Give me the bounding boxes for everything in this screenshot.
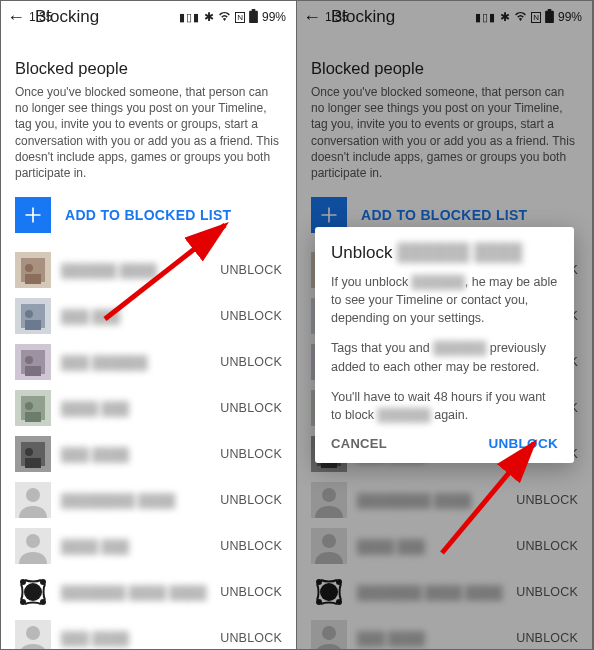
blocked-name: ████ ███ — [61, 539, 210, 554]
svg-point-18 — [25, 448, 33, 456]
blocked-row: ████ ███UNBLOCK — [15, 523, 282, 569]
bluetooth-icon: ✱ — [204, 10, 214, 24]
blocked-name: ███ ████ — [61, 447, 210, 462]
add-button-label: ADD TO BLOCKED LIST — [65, 207, 231, 223]
blocked-name: ███ ██████ — [61, 355, 210, 370]
dialog-title: Unblock ██████ ████ — [331, 243, 558, 263]
unblock-button[interactable]: UNBLOCK — [220, 263, 282, 277]
blocked-name: ████████ ████ — [61, 493, 210, 508]
svg-rect-11 — [25, 366, 41, 376]
svg-point-10 — [25, 356, 33, 364]
unblock-button[interactable]: UNBLOCK — [220, 631, 282, 645]
blocked-row: ███ ████UNBLOCK — [15, 431, 282, 477]
avatar — [15, 528, 51, 564]
avatar — [15, 482, 51, 518]
dialog-cancel-button[interactable]: CANCEL — [331, 436, 387, 451]
svg-point-31 — [26, 626, 40, 640]
blocked-name: ███ ████ — [61, 631, 210, 646]
blocked-list: ██████ ████UNBLOCK███ ███UNBLOCK███ ████… — [15, 247, 282, 649]
dialog-paragraph-1: If you unblock ██████, he may be able to… — [331, 273, 558, 327]
screenshot-right: ← Blocking 1:35 ▮▯▮ ✱ N 99% Blocked peop… — [297, 1, 593, 649]
status-bar: ← Blocking 1:35 ▮▯▮ ✱ N 99% — [1, 1, 296, 33]
blocked-row: ███ ███UNBLOCK — [15, 293, 282, 339]
svg-point-21 — [26, 488, 40, 502]
svg-rect-7 — [25, 320, 41, 330]
blocked-row: ████ ███UNBLOCK — [15, 385, 282, 431]
dialog-paragraph-3: You'll have to wait 48 hours if you want… — [331, 388, 558, 424]
page-title: Blocking — [35, 7, 99, 27]
svg-rect-3 — [25, 274, 41, 284]
blocked-row: ██████ ████UNBLOCK — [15, 247, 282, 293]
avatar — [15, 390, 51, 426]
dialog-paragraph-2: Tags that you and ██████ previously adde… — [331, 339, 558, 375]
unblock-button[interactable]: UNBLOCK — [220, 355, 282, 369]
svg-point-14 — [25, 402, 33, 410]
screenshot-left: ← Blocking 1:35 ▮▯▮ ✱ N 99% Blocked peop… — [1, 1, 297, 649]
dialog-confirm-button[interactable]: UNBLOCK — [488, 436, 558, 451]
blocked-row: ███████ ████ ████UNBLOCK — [15, 569, 282, 615]
back-icon[interactable]: ← — [7, 7, 25, 28]
unblock-button[interactable]: UNBLOCK — [220, 539, 282, 553]
blocked-row: ████████ ████UNBLOCK — [15, 477, 282, 523]
avatar — [15, 298, 51, 334]
battery-icon — [249, 9, 258, 26]
blocked-name: ██████ ████ — [61, 263, 210, 278]
add-to-blocked-row[interactable]: ADD TO BLOCKED LIST — [15, 197, 282, 233]
unblock-button[interactable]: UNBLOCK — [220, 401, 282, 415]
avatar — [15, 574, 51, 610]
battery-pct: 99% — [262, 10, 286, 24]
content-area: Blocked people Once you've blocked someo… — [1, 33, 296, 649]
svg-point-6 — [25, 310, 33, 318]
unblock-dialog: Unblock ██████ ████ If you unblock █████… — [315, 227, 574, 463]
blocked-name: ███████ ████ ████ — [61, 585, 210, 600]
svg-point-28 — [20, 599, 26, 605]
wifi-icon — [218, 10, 231, 24]
blocked-name: ███ ███ — [61, 309, 210, 324]
svg-rect-15 — [25, 412, 41, 422]
svg-point-26 — [20, 579, 26, 585]
svg-point-23 — [26, 534, 40, 548]
svg-point-25 — [24, 583, 42, 601]
nfc-icon: N — [235, 12, 245, 23]
section-description: Once you've blocked someone, that person… — [15, 84, 282, 181]
svg-point-2 — [25, 264, 33, 272]
section-title: Blocked people — [15, 59, 282, 78]
avatar — [15, 620, 51, 649]
unblock-button[interactable]: UNBLOCK — [220, 309, 282, 323]
add-button[interactable] — [15, 197, 51, 233]
avatar — [15, 436, 51, 472]
plus-icon — [23, 205, 43, 225]
blocked-name: ████ ███ — [61, 401, 210, 416]
unblock-button[interactable]: UNBLOCK — [220, 447, 282, 461]
avatar — [15, 252, 51, 288]
vibrate-icon: ▮▯▮ — [179, 11, 200, 24]
unblock-button[interactable]: UNBLOCK — [220, 585, 282, 599]
svg-point-29 — [40, 599, 46, 605]
blocked-row: ███ ████UNBLOCK — [15, 615, 282, 649]
status-icons: ▮▯▮ ✱ N 99% — [179, 9, 286, 26]
blocked-row: ███ ██████UNBLOCK — [15, 339, 282, 385]
unblock-button[interactable]: UNBLOCK — [220, 493, 282, 507]
avatar — [15, 344, 51, 380]
svg-rect-19 — [25, 458, 41, 468]
svg-point-27 — [40, 579, 46, 585]
